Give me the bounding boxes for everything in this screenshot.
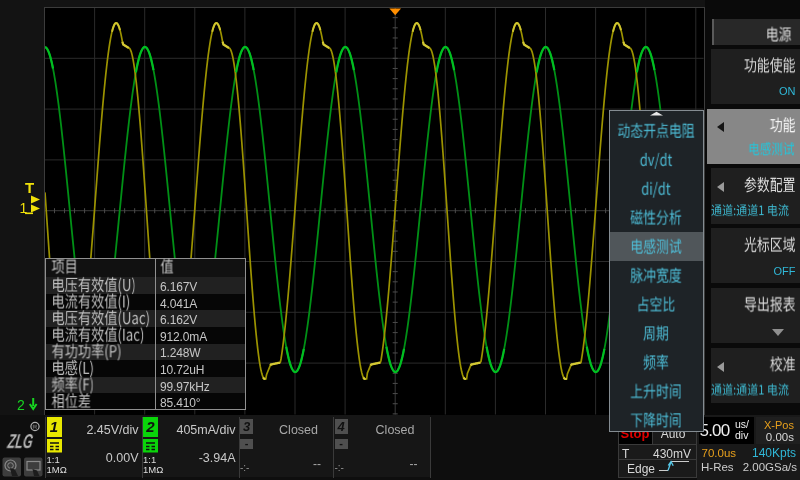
svg-text:2: 2 xyxy=(17,397,25,413)
svg-text:1: 1 xyxy=(20,200,28,216)
